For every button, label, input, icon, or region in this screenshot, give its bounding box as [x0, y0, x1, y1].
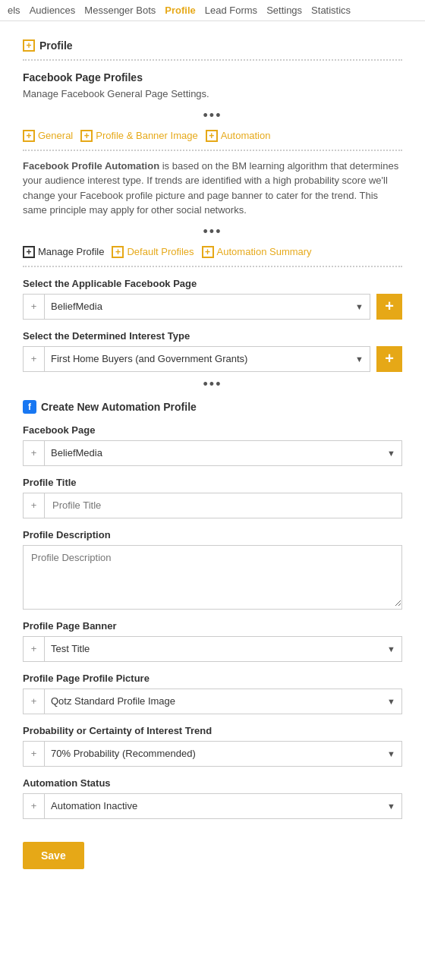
facebook-page-profiles-title: Facebook Page Profiles: [23, 71, 402, 84]
profile-page-banner-chevron: ▼: [381, 644, 401, 654]
select-interest-type-label: Select the Determined Interest Type: [23, 330, 402, 342]
divider-2: [23, 150, 402, 151]
select-facebook-page-wrapper: + BeliefMedia ▼: [23, 294, 370, 320]
profile-plus-icon[interactable]: +: [23, 39, 35, 52]
profile-title-label: Profile Title: [23, 477, 402, 488]
create-profile-title: f Create New Automation Profile: [23, 400, 402, 414]
create-facebook-page-select[interactable]: BeliefMedia: [45, 441, 381, 465]
nav-item-settings[interactable]: Settings: [266, 5, 302, 16]
probability-select[interactable]: 70% Probability (Recommended): [45, 742, 381, 766]
automation-status-chevron: ▼: [381, 802, 401, 811]
facebook-brand-icon: f: [23, 400, 36, 414]
profile-description-label: Profile Description: [23, 529, 402, 540]
profile-description-textarea-wrapper: [23, 545, 402, 610]
profile-picture-chevron: ▼: [381, 697, 401, 706]
link-general[interactable]: + General: [23, 130, 73, 142]
probability-chevron: ▼: [381, 749, 401, 758]
general-plus-icon[interactable]: +: [23, 130, 35, 142]
profile-title-plus: +: [24, 493, 45, 518]
profile-banner-plus-icon[interactable]: +: [80, 130, 93, 142]
create-facebook-page-label: Facebook Page: [23, 424, 402, 436]
select-interest-type-row: + First Home Buyers (and Government Gran…: [23, 346, 402, 372]
create-facebook-page-wrapper: + BeliefMedia ▼: [23, 440, 402, 466]
facebook-page-links: + General + Profile & Banner Image + Aut…: [23, 130, 402, 142]
form-group-profile-title: Profile Title +: [23, 477, 402, 518]
main-content: + Profile Facebook Page Profiles Manage …: [0, 21, 425, 892]
ellipsis-2: •••: [23, 224, 402, 240]
nav-item-lead-forms[interactable]: Lead Forms: [205, 5, 257, 16]
nav-item-profile[interactable]: Profile: [165, 5, 195, 16]
ellipsis-3: •••: [23, 377, 402, 392]
automation-status-select[interactable]: Automation Inactive: [45, 794, 381, 818]
link-profile-banner-image[interactable]: + Profile & Banner Image: [80, 130, 197, 142]
manage-profile-plus-icon[interactable]: +: [23, 246, 35, 258]
create-facebook-page-chevron: ▼: [381, 449, 401, 458]
automation-bold-text: Facebook Profile Automation: [23, 160, 159, 172]
profile-picture-label: Profile Page Profile Picture: [23, 673, 402, 684]
create-facebook-page-plus: +: [24, 441, 45, 465]
probability-label: Probability or Certainty of Interest Tre…: [23, 725, 402, 736]
profile-picture-select[interactable]: Qotz Standard Profile Image: [45, 689, 381, 714]
profile-picture-wrapper: + Qotz Standard Profile Image ▼: [23, 689, 402, 714]
automation-status-wrapper: + Automation Inactive ▼: [23, 793, 402, 819]
form-group-probability: Probability or Certainty of Interest Tre…: [23, 725, 402, 767]
divider-3: [23, 266, 402, 267]
form-group-facebook-page: Facebook Page + BeliefMedia ▼: [23, 424, 402, 466]
profile-header-label: Profile: [39, 39, 73, 52]
form-group-profile-description: Profile Description: [23, 529, 402, 610]
automation-status-plus: +: [24, 794, 45, 818]
link-automation-summary[interactable]: + Automation Summary: [202, 246, 312, 258]
nav-item-statistics[interactable]: Statistics: [311, 5, 351, 16]
automation-links: + Manage Profile + Default Profiles + Au…: [23, 246, 402, 258]
profile-picture-plus: +: [24, 689, 45, 714]
divider-1: [23, 59, 402, 61]
profile-banner-label: Profile & Banner Image: [96, 130, 197, 141]
manage-profile-label: Manage Profile: [38, 246, 104, 257]
nav-item-audiences[interactable]: Audiences: [30, 5, 76, 16]
interest-type-chevron: ▼: [349, 355, 370, 364]
select-facebook-page-row: + BeliefMedia ▼ +: [23, 294, 402, 320]
profile-page-banner-select[interactable]: Test Title: [45, 637, 381, 661]
interest-type-select[interactable]: First Home Buyers (and Government Grants…: [45, 347, 349, 371]
profile-title-input[interactable]: [45, 493, 401, 518]
automation-summary-label: Automation Summary: [217, 246, 312, 257]
interest-type-select-plus: +: [24, 347, 45, 371]
nav-item-els[interactable]: els: [8, 5, 20, 16]
facebook-page-chevron: ▼: [349, 302, 370, 311]
facebook-page-profiles-desc: Manage Facebook General Page Settings.: [23, 87, 402, 102]
nav-item-messenger-bots[interactable]: Messenger Bots: [84, 5, 156, 16]
link-default-profiles[interactable]: + Default Profiles: [112, 246, 194, 258]
general-label: General: [38, 130, 73, 141]
form-group-automation-status: Automation Status + Automation Inactive …: [23, 777, 402, 819]
create-profile-title-text: Create New Automation Profile: [41, 401, 197, 413]
select-facebook-page-label: Select the Applicable Facebook Page: [23, 278, 402, 289]
default-profiles-label: Default Profiles: [127, 246, 194, 257]
automation-status-label: Automation Status: [23, 777, 402, 789]
profile-page-banner-label: Profile Page Banner: [23, 620, 402, 632]
top-navigation: els Audiences Messenger Bots Profile Lea…: [0, 0, 425, 21]
facebook-page-select-plus: +: [24, 295, 45, 319]
probability-wrapper: + 70% Probability (Recommended) ▼: [23, 741, 402, 767]
default-profiles-plus-icon[interactable]: +: [112, 246, 124, 258]
probability-plus: +: [24, 742, 45, 766]
link-automation[interactable]: + Automation: [206, 130, 271, 142]
select-interest-type-wrapper: + First Home Buyers (and Government Gran…: [23, 346, 370, 372]
create-profile-box: f Create New Automation Profile Facebook…: [23, 400, 402, 819]
ellipsis-1: •••: [23, 108, 402, 124]
form-group-profile-page-banner: Profile Page Banner + Test Title ▼: [23, 620, 402, 662]
profile-title-input-wrapper: +: [23, 493, 402, 518]
automation-label: Automation: [221, 130, 271, 141]
profile-page-banner-wrapper: + Test Title ▼: [23, 636, 402, 662]
save-button[interactable]: Save: [23, 842, 84, 869]
profile-description-textarea[interactable]: [24, 546, 401, 607]
link-manage-profile[interactable]: + Manage Profile: [23, 246, 104, 258]
add-facebook-page-button[interactable]: +: [376, 294, 402, 320]
form-group-profile-picture: Profile Page Profile Picture + Qotz Stan…: [23, 673, 402, 714]
automation-summary-plus-icon[interactable]: +: [202, 246, 214, 258]
automation-plus-icon[interactable]: +: [206, 130, 218, 142]
automation-info-text: Facebook Profile Automation is based on …: [23, 159, 402, 218]
add-interest-type-button[interactable]: +: [376, 346, 402, 372]
facebook-page-select[interactable]: BeliefMedia: [45, 295, 349, 319]
profile-page-banner-plus: +: [24, 637, 45, 661]
profile-section-header: + Profile: [23, 39, 402, 52]
